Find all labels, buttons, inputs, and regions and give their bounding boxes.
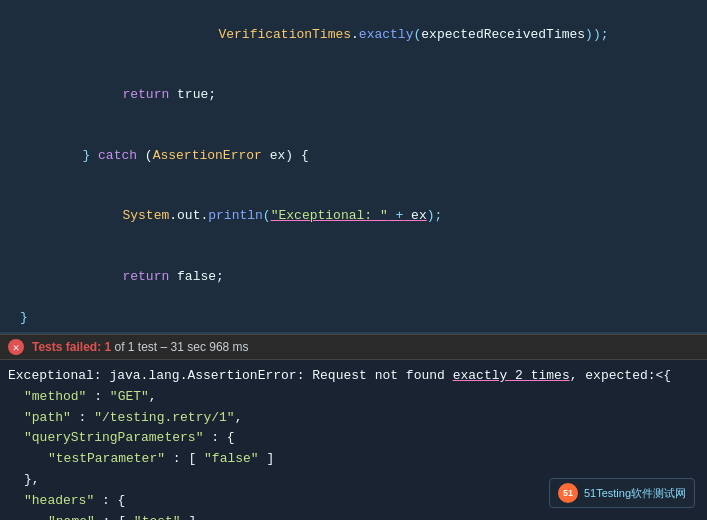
output-method: "method" : "GET", bbox=[0, 387, 707, 408]
output-path: "path" : "/testing.retry/1", bbox=[0, 408, 707, 429]
of-test-text: of 1 test – bbox=[115, 340, 171, 354]
output-header-name: "name" : [ "test" ], bbox=[0, 512, 707, 520]
test-count: 1 bbox=[104, 340, 111, 354]
tests-failed-label: Tests failed: bbox=[32, 340, 101, 354]
watermark-text: 51Testing软件测试网 bbox=[584, 486, 686, 501]
output-line-1: Exceptional: java.lang.AssertionError: R… bbox=[0, 366, 707, 387]
code-line-1: VerificationTimes.exactly(expectedReceiv… bbox=[0, 4, 707, 65]
code-text: VerificationTimes.exactly(expectedReceiv… bbox=[16, 5, 609, 64]
status-bar: ✕ Tests failed: 1 of 1 test – 31 sec 968… bbox=[0, 334, 707, 360]
code-line-6: } bbox=[0, 307, 707, 329]
watermark: 51 51Testing软件测试网 bbox=[549, 478, 695, 508]
status-text: Tests failed: 1 of 1 test – 31 sec 968 m… bbox=[32, 340, 249, 354]
output-test-param: "testParameter" : [ "false" ] bbox=[0, 449, 707, 470]
main-container: VerificationTimes.exactly(expectedReceiv… bbox=[0, 0, 707, 520]
watermark-icon: 51 bbox=[558, 483, 578, 503]
code-line-3: } catch (AssertionError ex) { bbox=[0, 125, 707, 186]
keyword-return: return bbox=[122, 87, 169, 102]
error-icon: ✕ bbox=[8, 339, 24, 355]
method-ref: exactly bbox=[359, 27, 414, 42]
code-line-5: return false; bbox=[0, 246, 707, 307]
keyword-catch: catch bbox=[98, 148, 137, 163]
string-exceptional: "Exceptional: " bbox=[271, 208, 388, 223]
exactly-times-highlight: exactly 2 times bbox=[453, 366, 570, 387]
class-ref: VerificationTimes bbox=[218, 27, 351, 42]
code-line-2: return true; bbox=[0, 65, 707, 126]
output-query-params-key: "queryStringParameters" : { bbox=[0, 428, 707, 449]
code-line-4: System.out.println("Exceptional: " + ex)… bbox=[0, 186, 707, 247]
exception-class: AssertionError bbox=[153, 148, 262, 163]
code-editor: VerificationTimes.exactly(expectedReceiv… bbox=[0, 0, 707, 334]
test-duration: 31 sec 968 ms bbox=[171, 340, 249, 354]
